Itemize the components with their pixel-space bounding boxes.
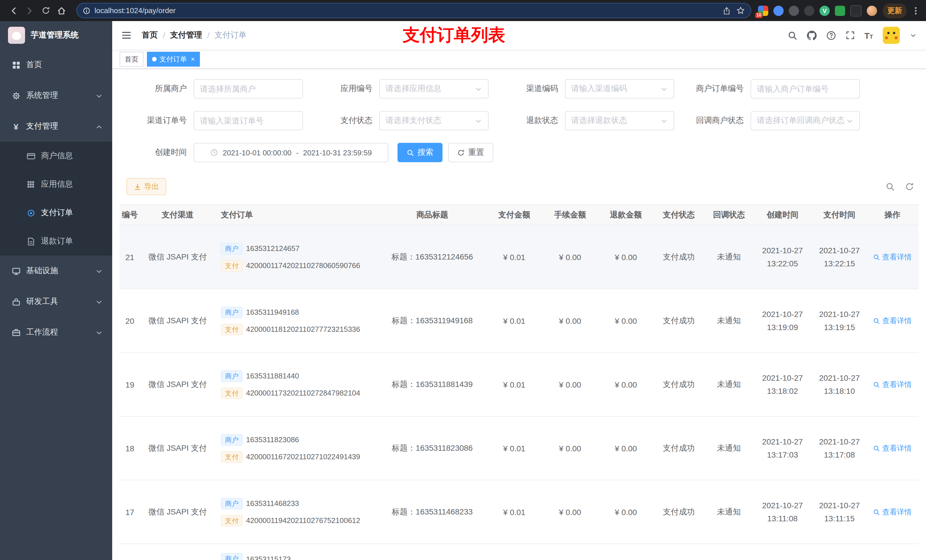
cell-amount: ¥ 0.01 [486,316,542,325]
extension-icon[interactable] [773,5,784,16]
browser-menu-icon[interactable] [911,6,920,15]
extensions-pin-icon[interactable] [850,5,862,16]
browser-home-icon[interactable] [53,3,70,18]
user-avatar[interactable] [883,27,900,44]
url-text: localhost:1024/pay/order [95,6,717,15]
breadcrumb: 首页 / 支付管理 / 支付订单 [142,30,247,41]
col-id: 编号 [120,210,140,220]
table-row-partial: 商户 16353115173 [120,544,918,560]
search-icon[interactable] [787,30,797,40]
create-time-range-picker[interactable]: 2021-10-01 00:00:00 - 2021-10-31 23:59:5… [194,143,388,162]
view-detail-link[interactable]: 查看详情 [873,379,912,389]
export-button[interactable]: 导出 [126,178,166,195]
breadcrumb-payment[interactable]: 支付管理 [170,30,202,41]
tab-home[interactable]: 首页 [120,52,144,66]
extension-icon[interactable] [789,5,799,16]
merchant-order-no: 1635311881440 [246,371,299,380]
browser-profile-avatar[interactable] [867,5,877,16]
extension-icon[interactable] [835,5,845,16]
chevron-down-icon [95,328,103,337]
merchant-order-no: 1635311949168 [246,308,299,316]
merchant-select[interactable] [194,79,303,98]
app-id-select[interactable]: 请选择应用信息 [379,79,489,98]
pay-tag: 支付 [221,387,243,398]
cell-title: 标题：1635312124656 [378,252,486,262]
sidebar-item-refund-order[interactable]: 退款订单 [0,227,112,255]
cell-notify: 未通知 [704,443,754,453]
chevron-down-icon [95,297,103,306]
toggle-search-icon[interactable] [885,182,895,191]
cell-channel: 微信 JSAPI 支付 [140,252,215,262]
callback-status-select[interactable]: 请选择订单回调商户状态 [750,111,860,130]
sidebar-item-payment[interactable]: ¥ 支付管理 [0,111,112,142]
cell-pay-time: 2021-10-2713:19:15 [811,309,868,333]
vue-devtools-icon[interactable]: V [820,5,830,16]
sidebar-item-merchant-info[interactable]: 商户信息 [0,142,112,170]
cell-actions: 查看详情 [868,252,917,262]
sidebar-item-home[interactable]: 首页 [0,50,112,80]
table-row: 17 微信 JSAPI 支付 商户 1635311468233 支付 42000… [120,480,918,544]
breadcrumb-home[interactable]: 首页 [142,30,158,41]
github-icon[interactable] [807,30,816,40]
cell-pay-time: 2021-10-2713:17:08 [811,436,868,460]
close-icon[interactable]: × [191,56,195,63]
browser-update-button[interactable]: 更新 [883,3,906,18]
col-fee: 手续金额 [542,210,598,220]
url-bar[interactable]: localhost:1024/pay/order [76,3,751,18]
cell-create-time: 2021-10-2713:22:05 [754,245,811,269]
avatar-dropdown-icon[interactable] [909,32,917,39]
bookmark-star-icon[interactable] [736,6,745,15]
cell-order: 商户 1635311823086 支付 42000011672021102710… [215,434,378,462]
cell-title: 标题：1635311823086 [378,443,486,453]
view-detail-link[interactable]: 查看详情 [873,507,912,517]
cell-fee: ¥ 0.00 [542,444,598,453]
extension-icon[interactable]: 10 [758,5,768,16]
browser-back-icon[interactable] [6,3,22,18]
sidebar: 芋道管理系统 首页 系统管理 ¥ 支付管理 商户信息 [0,21,112,560]
help-icon[interactable] [826,30,836,40]
merchant-tag: 商户 [221,553,243,560]
sidebar-item-workflow[interactable]: 工作流程 [0,317,112,348]
gear-icon [11,91,21,100]
pay-tag: 支付 [221,260,243,271]
sidebar-item-infra[interactable]: 基础设施 [0,255,112,286]
sidebar-toggle-icon[interactable] [121,30,132,41]
view-detail-link[interactable]: 查看详情 [873,252,912,262]
cell-fee: ¥ 0.00 [542,252,598,261]
pay-order-no: 4200001181202110277723215336 [246,325,360,334]
screen: localhost:1024/pay/order 10 V 更新 芋道管理系统 [0,0,926,560]
sidebar-item-dev-tools[interactable]: 研发工具 [0,286,112,317]
cell-amount: ¥ 0.01 [486,444,542,453]
app-logo: 芋道管理系统 [0,21,112,50]
browser-refresh-icon[interactable] [38,3,53,18]
cell-status: 支付成功 [654,507,704,517]
search-button[interactable]: 搜索 [398,143,442,162]
cell-order: 商户 1635312124657 支付 42000011742021102780… [215,243,378,271]
document-icon [26,237,35,246]
view-detail-link[interactable]: 查看详情 [873,443,912,453]
table-toolbar: 导出 [120,178,918,195]
refresh-table-icon[interactable] [905,182,914,191]
channel-code-select[interactable]: 请输入渠道编码 [565,79,674,98]
view-detail-link[interactable]: 查看详情 [873,315,912,326]
target-icon [26,208,35,217]
cell-channel: 微信 JSAPI 支付 [140,443,215,453]
reset-button[interactable]: 重置 [448,143,493,162]
merchant-tag: 商户 [221,434,243,445]
browser-forward-icon[interactable] [22,3,38,18]
share-icon[interactable] [723,6,731,15]
font-size-icon[interactable]: TT [864,31,873,39]
sidebar-item-pay-order[interactable]: 支付订单 [0,199,112,227]
site-info-icon[interactable] [83,6,91,15]
sidebar-item-system[interactable]: 系统管理 [0,80,112,111]
channel-order-no-input[interactable] [194,111,303,130]
tab-pay-order[interactable]: 支付订单 × [147,52,200,66]
sidebar-item-app-info[interactable]: 应用信息 [0,170,112,199]
merchant-order-no-input[interactable] [750,79,860,98]
table-row: 18 微信 JSAPI 支付 商户 1635311823086 支付 42000… [120,417,918,480]
refund-status-select[interactable]: 请选择退款状态 [565,111,674,130]
fullscreen-icon[interactable] [846,31,855,40]
extension-icon[interactable] [804,5,814,16]
pay-status-select[interactable]: 请选择支付状态 [379,111,489,130]
bank-card-icon [26,151,35,160]
